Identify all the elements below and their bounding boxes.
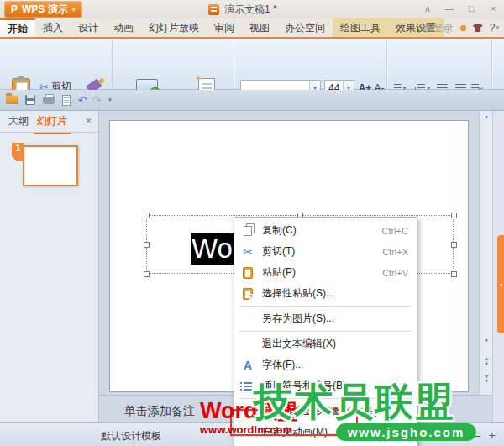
tab-office-space[interactable]: 办公空间 bbox=[277, 18, 333, 37]
menu-separator bbox=[239, 306, 412, 307]
menu-item-font[interactable]: A 字体(F)... bbox=[234, 354, 417, 375]
tab-slides[interactable]: 幻灯片 bbox=[37, 114, 67, 129]
tab-review[interactable]: 审阅 bbox=[207, 18, 242, 37]
notes-placeholder: 单击添加备注 bbox=[124, 404, 195, 419]
menu-item-exit-text-edit[interactable]: 退出文本编辑(X) bbox=[234, 333, 417, 354]
menu-item-label: 退出文本编辑(X) bbox=[262, 337, 408, 351]
bullets-icon bbox=[244, 382, 252, 384]
slides-panel: 大纲 幻灯片 × 1 bbox=[0, 111, 99, 422]
menu-item-label: 剪切(T) bbox=[262, 244, 382, 259]
print-preview-button[interactable] bbox=[60, 94, 73, 106]
previous-slide-icon[interactable]: ▲▲ bbox=[480, 356, 492, 365]
printer-icon bbox=[43, 97, 55, 104]
quick-access-dropdown-icon[interactable]: ▾ bbox=[103, 94, 117, 106]
undo-button[interactable]: ↶ bbox=[76, 94, 89, 106]
font-icon: A bbox=[241, 359, 255, 372]
resize-handle-sw[interactable] bbox=[144, 271, 150, 277]
wps-app-button[interactable]: P WPS 演示 ▾ bbox=[4, 1, 82, 18]
redo-button[interactable]: ↷ bbox=[90, 94, 103, 106]
help-button[interactable]: ? ▾ bbox=[490, 22, 499, 34]
window-controls: ∧ — □ × bbox=[420, 2, 501, 15]
menu-item-label: 字体(F)... bbox=[262, 358, 408, 372]
menu-item-label: 复制(C) bbox=[262, 223, 382, 238]
ribbon: 粘贴 ▾ ✂ 剪切 复制 格式刷 ▶ 从当前开始 ▾ ✦ 新建幻灯片 ▾ bbox=[0, 37, 504, 90]
scroll-up-icon[interactable]: ▲ bbox=[480, 113, 492, 119]
tab-animation[interactable]: 动画 bbox=[106, 18, 141, 37]
scissors-icon: ✂ bbox=[241, 245, 255, 259]
menu-item-paste-special[interactable]: 选择性粘贴(S)... bbox=[234, 283, 417, 304]
presentation-doc-icon bbox=[208, 4, 219, 15]
copy-icon bbox=[244, 226, 252, 236]
tab-slideshow[interactable]: 幻灯片放映 bbox=[141, 18, 207, 37]
resize-handle-w[interactable] bbox=[144, 242, 150, 248]
next-slide-icon[interactable]: ▼▼ bbox=[480, 375, 492, 383]
resize-handle-nw[interactable] bbox=[144, 213, 150, 218]
wps-presentation-window: P WPS 演示 ▾ 演示文稿1 * ∧ — □ × 开始 插入 设计 动画 幻… bbox=[0, 0, 504, 446]
menu-separator bbox=[239, 331, 412, 332]
menu-item-cut[interactable]: ✂ 剪切(T) Ctrl+X bbox=[234, 241, 417, 262]
app-name: WPS 演示 bbox=[22, 3, 68, 17]
menu-item-label: 选择性粘贴(S)... bbox=[262, 286, 408, 301]
rollup-button[interactable]: ∧ bbox=[420, 2, 435, 15]
login-status[interactable]: 未登录 bbox=[423, 21, 454, 35]
window-title-text: 演示文稿1 * bbox=[224, 3, 277, 17]
tab-insert[interactable]: 插入 bbox=[35, 18, 71, 37]
menu-item-label: 粘贴(P) bbox=[262, 265, 382, 280]
paste-icon bbox=[243, 267, 253, 279]
folder-icon bbox=[6, 96, 18, 104]
close-panel-icon[interactable]: × bbox=[86, 115, 92, 127]
group-divider bbox=[386, 40, 387, 86]
menu-item-save-as-picture[interactable]: 另存为图片(S)... bbox=[234, 308, 417, 329]
preview-icon bbox=[62, 95, 71, 106]
collapsed-task-pane-tab[interactable]: ◀ bbox=[497, 235, 504, 333]
tab-design[interactable]: 设计 bbox=[71, 18, 106, 37]
menu-item-shortcut: Ctrl+V bbox=[382, 268, 408, 278]
open-button[interactable] bbox=[5, 94, 18, 106]
left-arrow-icon: ◀ bbox=[500, 282, 502, 286]
vertical-scrollbar[interactable]: ▲ ▼ ▲▲ ▼▼ bbox=[479, 111, 492, 395]
quick-access-bar: ↶ ↷ ▾ 演示文稿1 * × + ▾ bbox=[0, 90, 504, 111]
save-button[interactable] bbox=[24, 94, 37, 106]
ribbon-tab-bar: 开始 插入 设计 动画 幻灯片放映 审阅 视图 办公空间 绘图工具 效果设置 未… bbox=[0, 18, 504, 37]
chevron-down-icon: ▾ bbox=[496, 24, 499, 31]
tab-drawing-tools[interactable]: 绘图工具 bbox=[333, 18, 388, 37]
zoom-in-button[interactable]: + bbox=[489, 428, 496, 442]
menu-item-label: 另存为图片(S)... bbox=[262, 312, 408, 326]
feedback-icon[interactable] bbox=[460, 25, 466, 31]
window-title: 演示文稿1 * bbox=[208, 3, 277, 17]
panel-tabs: 大纲 幻灯片 × bbox=[0, 111, 98, 133]
paste-special-icon bbox=[243, 288, 253, 300]
wordlm-name-latin: Word bbox=[200, 398, 258, 423]
wps-logo-icon: P bbox=[11, 3, 18, 15]
resize-handle-se[interactable] bbox=[451, 271, 457, 277]
group-divider bbox=[112, 40, 113, 86]
sparkle-icon: ✦ bbox=[195, 74, 202, 83]
tab-outline[interactable]: 大纲 bbox=[8, 114, 29, 129]
print-button[interactable] bbox=[42, 94, 55, 106]
jsgho-watermark: 技术员联盟 www.jsgho.com bbox=[254, 382, 455, 421]
minimize-button[interactable]: — bbox=[442, 2, 457, 15]
close-button[interactable]: × bbox=[486, 2, 501, 15]
resize-handle-ne[interactable] bbox=[451, 213, 457, 218]
group-divider bbox=[491, 40, 492, 86]
group-divider bbox=[234, 40, 234, 86]
wordlm-url: www.wordlm.com bbox=[200, 424, 298, 435]
jsgho-name: 技术员联盟 bbox=[254, 382, 455, 421]
skin-theme-icon[interactable] bbox=[473, 24, 483, 32]
maximize-button[interactable]: □ bbox=[464, 2, 479, 15]
menu-item-action-settings[interactable]: 动作设置(A)... bbox=[234, 443, 417, 446]
tab-home[interactable]: 开始 bbox=[0, 18, 35, 37]
scroll-down-icon[interactable]: ▼ bbox=[480, 338, 492, 344]
slide-thumbnail-1[interactable] bbox=[23, 145, 78, 186]
tab-view[interactable]: 视图 bbox=[242, 18, 277, 37]
template-name: 默认设计模板 bbox=[101, 429, 161, 443]
menu-item-paste[interactable]: 粘贴(P) Ctrl+V bbox=[234, 262, 417, 283]
menu-item-copy[interactable]: 复制(C) Ctrl+C bbox=[234, 220, 417, 241]
help-label: ? bbox=[490, 22, 496, 34]
menu-item-shortcut: Ctrl+C bbox=[382, 226, 408, 236]
resize-handle-e[interactable] bbox=[451, 242, 457, 248]
save-icon bbox=[25, 95, 35, 105]
slide-number-tag: 1 bbox=[12, 143, 24, 161]
jsgho-url-pill: www.jsgho.com bbox=[336, 423, 476, 441]
menu-item-shortcut: Ctrl+X bbox=[382, 247, 408, 257]
